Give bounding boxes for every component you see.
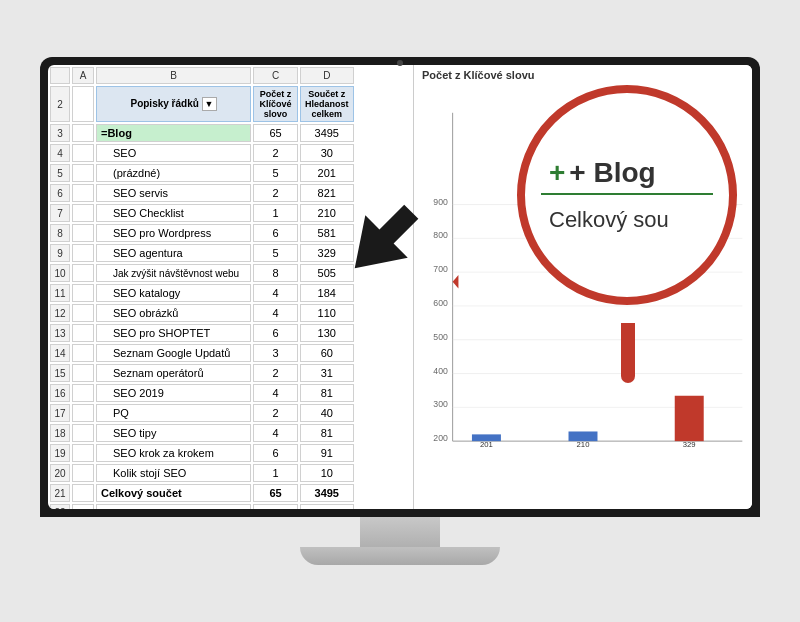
table-row: 16 SEO 2019 4 81 xyxy=(50,384,354,402)
chart-title: Počet z Klíčové slovu xyxy=(414,65,752,85)
magnifier: ++ Blog Celkový sou xyxy=(517,85,737,305)
table-row: 5 (prázdné) 5 201 xyxy=(50,164,354,182)
svg-text:400: 400 xyxy=(433,366,448,376)
cell-c3: 65 xyxy=(253,124,298,142)
corner-cell xyxy=(50,67,70,84)
svg-marker-23 xyxy=(453,275,459,289)
table-row: 10 Jak zvýšit návštěvnost webu 8 505 xyxy=(50,264,354,282)
table-row: 21 Celkový součet 65 3495 xyxy=(50,484,354,502)
cell-b2: Popisky řádků ▼ xyxy=(96,86,251,122)
table-row: 20 Kolik stojí SEO 1 10 xyxy=(50,464,354,482)
col-d: D xyxy=(300,67,354,84)
monitor-wrapper: A B C D 2 Popisky řádků ▼ Počet z Klíčov… xyxy=(40,57,760,565)
magnifier-subtitle: Celkový sou xyxy=(541,203,713,237)
svg-text:329: 329 xyxy=(683,440,696,449)
monitor-screen: A B C D 2 Popisky řádků ▼ Počet z Klíčov… xyxy=(40,57,760,517)
table-row: 19 SEO krok za krokem 6 91 xyxy=(50,444,354,462)
monitor-stand-neck xyxy=(360,517,440,547)
table-row: 3 =Blog 65 3495 xyxy=(50,124,354,142)
magnifier-content: ++ Blog Celkový sou xyxy=(525,143,729,247)
table-row: 11 SEO katalogy 4 184 xyxy=(50,284,354,302)
camera-dot xyxy=(397,60,403,66)
header-row: 2 Popisky řádků ▼ Počet z Klíčové slovo … xyxy=(50,86,354,122)
svg-marker-24 xyxy=(338,195,428,285)
svg-text:800: 800 xyxy=(433,230,448,240)
svg-rect-21 xyxy=(675,396,704,441)
table-row: 12 SEO obrázků 4 110 xyxy=(50,304,354,322)
cell-d2: Součet z Hledanost celkem xyxy=(300,86,354,122)
table-row: 9 SEO agentura 5 329 xyxy=(50,244,354,262)
svg-text:210: 210 xyxy=(577,440,590,449)
spreadsheet-area: A B C D 2 Popisky řádků ▼ Počet z Klíčov… xyxy=(48,65,418,509)
spreadsheet-table: A B C D 2 Popisky řádků ▼ Počet z Klíčov… xyxy=(48,65,356,509)
svg-text:200: 200 xyxy=(433,433,448,443)
svg-text:600: 600 xyxy=(433,298,448,308)
table-row: 8 SEO pro Wordpress 6 581 xyxy=(50,224,354,242)
col-header-row: A B C D xyxy=(50,67,354,84)
table-row: 22 xyxy=(50,504,354,509)
table-row: 17 PQ 2 40 xyxy=(50,404,354,422)
table-row: 14 Seznam Google Updatů 3 60 xyxy=(50,344,354,362)
arrow-pointer xyxy=(338,195,418,275)
svg-text:300: 300 xyxy=(433,399,448,409)
cell-b3: =Blog xyxy=(96,124,251,142)
arrow-svg xyxy=(338,195,428,285)
cell-a2 xyxy=(72,86,94,122)
svg-text:500: 500 xyxy=(433,332,448,342)
table-row: 13 SEO pro SHOPTET 6 130 xyxy=(50,324,354,342)
table-row: 4 SEO 2 30 xyxy=(50,144,354,162)
row-num-3: 3 xyxy=(50,124,70,142)
cell-a3 xyxy=(72,124,94,142)
table-row: 7 SEO Checklist 1 210 xyxy=(50,204,354,222)
row-num-2: 2 xyxy=(50,86,70,122)
screen-inner: A B C D 2 Popisky řádků ▼ Počet z Klíčov… xyxy=(48,65,752,509)
svg-text:900: 900 xyxy=(433,197,448,207)
filter-icon[interactable]: ▼ xyxy=(202,97,217,111)
svg-text:700: 700 xyxy=(433,264,448,274)
cell-c2: Počet z Klíčové slovo xyxy=(253,86,298,122)
magnifier-title: ++ Blog xyxy=(541,153,713,195)
svg-text:201: 201 xyxy=(480,440,493,449)
table-row: 18 SEO tipy 4 81 xyxy=(50,424,354,442)
plus-icon: + xyxy=(549,157,565,188)
cell-d3: 3495 xyxy=(300,124,354,142)
magnifier-title-text: + Blog xyxy=(569,157,655,188)
magnifier-handle xyxy=(621,323,635,383)
table-row: 15 Seznam operátorů 2 31 xyxy=(50,364,354,382)
table-row: 6 SEO servis 2 821 xyxy=(50,184,354,202)
col-c: C xyxy=(253,67,298,84)
monitor-stand-base xyxy=(300,547,500,565)
col-b: B xyxy=(96,67,251,84)
col-a: A xyxy=(72,67,94,84)
